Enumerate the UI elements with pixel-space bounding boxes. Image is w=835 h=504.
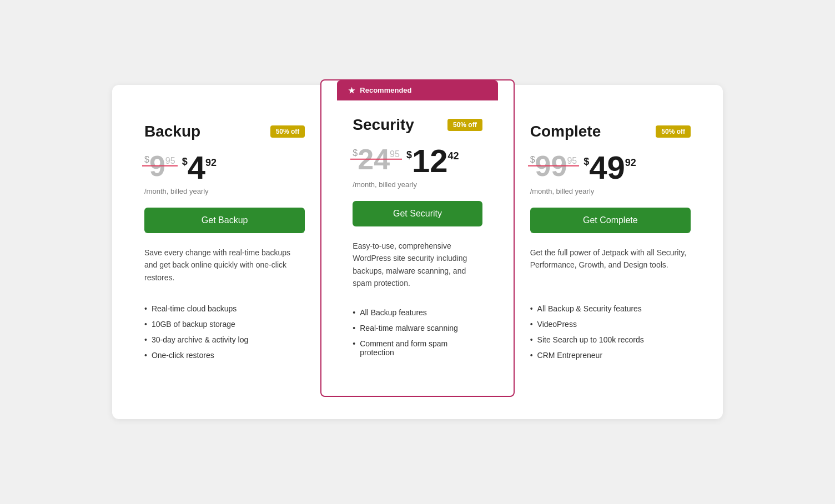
original-cents-backup: 95 [165,156,175,166]
recommended-label: Recommended [360,86,411,94]
featured-inner: Security 50% off $ 24 95 $ 12 42 /month,… [337,100,497,379]
plan-header-complete: Complete 50% off [530,123,691,140]
original-cents-security: 95 [390,149,400,159]
plan-name-backup: Backup [144,123,200,140]
price-row-security: $ 24 95 $ 12 42 [353,145,482,177]
plan-card-complete: Complete 50% off $ 99 95 $ 49 92 /month,… [515,107,706,381]
plan-name-complete: Complete [530,123,601,140]
features-list-security: All Backup features Real-time malware sc… [353,305,482,360]
current-price-security: $ 12 42 [406,145,459,177]
cta-button-complete[interactable]: Get Complete [530,208,691,233]
plan-description-complete: Get the full power of Jetpack with all S… [530,246,691,285]
discount-badge-security: 50% off [447,119,482,131]
plan-header-backup: Backup 50% off [144,123,305,140]
original-cents-complete: 95 [567,156,577,166]
list-item: All Backup & Security features [530,301,691,316]
features-list-complete: All Backup & Security features VideoPres… [530,301,691,363]
current-amount-security: 12 [412,145,448,177]
billing-note-complete: /month, billed yearly [530,187,691,195]
current-amount-complete: 49 [589,152,625,184]
current-cents-security: 42 [447,150,459,162]
star-icon: ★ [348,86,355,95]
plan-card-security: ★ Recommended Security 50% off $ 24 95 $… [320,79,514,397]
billing-note-security: /month, billed yearly [353,180,482,189]
discount-badge-backup: 50% off [270,125,305,138]
price-row-backup: $ 9 95 $ 4 92 [144,152,305,184]
plan-description-security: Easy-to-use, comprehensive WordPress sit… [353,240,482,290]
strikethrough-complete [528,165,580,167]
list-item: VideoPress [530,316,691,332]
list-item: CRM Entrepreneur [530,347,691,363]
current-price-complete: $ 49 92 [584,152,636,184]
plan-card-backup: Backup 50% off $ 9 95 $ 4 92 /month, bil… [129,107,320,381]
discount-badge-complete: 50% off [656,125,691,138]
recommended-banner: ★ Recommended [337,80,497,100]
original-price-security: $ 24 95 [353,145,400,174]
current-cents-complete: 92 [625,157,636,169]
strikethrough-security [350,158,402,160]
list-item: Real-time malware scanning [353,320,482,336]
price-row-complete: $ 99 95 $ 49 92 [530,152,691,184]
list-item: Real-time cloud backups [144,301,305,316]
list-item: All Backup features [353,305,482,320]
cta-button-security[interactable]: Get Security [353,201,482,226]
features-list-backup: Real-time cloud backups 10GB of backup s… [144,301,305,363]
cta-button-backup[interactable]: Get Backup [144,208,305,233]
plan-header-security: Security 50% off [353,116,482,134]
original-price-backup: $ 9 95 [144,152,175,180]
plan-name-security: Security [353,116,414,134]
list-item: Site Search up to 100k records [530,332,691,347]
list-item: One-click restores [144,347,305,363]
strikethrough-backup [142,165,178,167]
current-cents-backup: 92 [205,157,217,169]
original-price-complete: $ 99 95 [530,152,577,180]
billing-note-backup: /month, billed yearly [144,187,305,195]
current-amount-backup: 4 [188,152,205,184]
plan-description-backup: Save every change with real-time backups… [144,246,305,285]
pricing-container: Backup 50% off $ 9 95 $ 4 92 /month, bil… [112,85,723,420]
list-item: 30-day archive & activity log [144,332,305,347]
list-item: 10GB of backup storage [144,316,305,332]
list-item: Comment and form spam protection [353,336,482,360]
current-price-backup: $ 4 92 [182,152,217,184]
